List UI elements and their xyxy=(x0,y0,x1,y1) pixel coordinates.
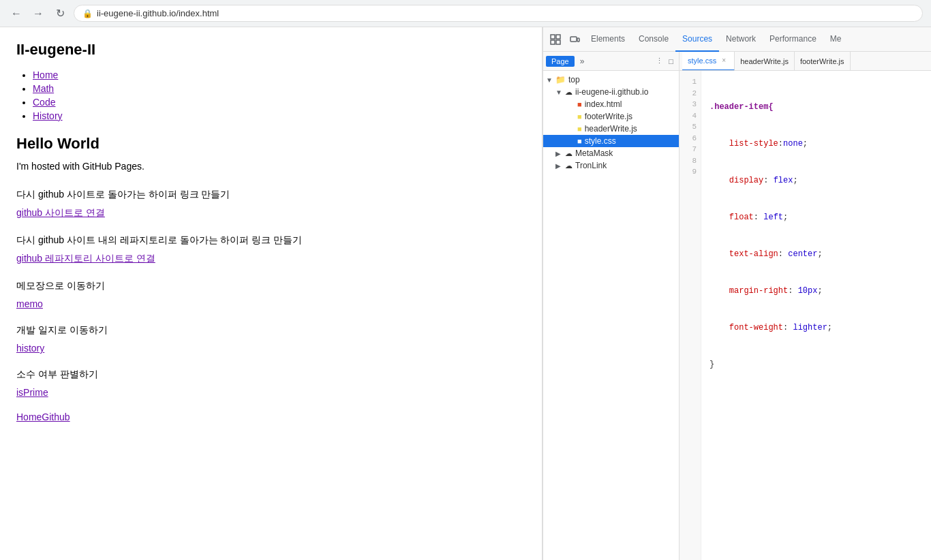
section5-link[interactable]: isPrime xyxy=(16,387,48,398)
editor-tab-footer-label: footerWrite.js xyxy=(800,57,844,65)
line-num-6: 6 xyxy=(680,133,701,144)
line-num-4: 4 xyxy=(680,110,701,122)
tree-label-header: headerWrite.js xyxy=(585,124,637,134)
editor-tab-header[interactable]: headerWrite.js xyxy=(735,52,795,71)
tree-file-footer[interactable]: ■ footerWrite.js xyxy=(543,110,679,123)
sources-sidebar-tabs: Page » ⋮ □ xyxy=(543,52,679,71)
sources-more-button[interactable]: » xyxy=(577,55,587,67)
address-bar[interactable]: 🔒 ii-eugene-ii.github.io/index.html xyxy=(74,5,923,22)
line-num-2: 2 xyxy=(680,88,701,99)
main-area: II-eugene-II Home Math Code History Hell… xyxy=(0,27,931,560)
line-num-9: 9 xyxy=(680,166,701,178)
page-title: II-eugene-II xyxy=(16,41,525,59)
sources-tab-label: Sources xyxy=(682,34,712,44)
devtools-tab-performance[interactable]: Performance xyxy=(763,27,823,52)
nav-code[interactable]: Code xyxy=(33,97,55,108)
tree-label-metamask: MetaMask xyxy=(575,149,613,158)
sources-sidebar: Page » ⋮ □ ▼ 📁 top xyxy=(543,52,680,560)
line-num-7: 7 xyxy=(680,144,701,155)
inspect-element-button[interactable] xyxy=(546,30,565,49)
tree-label-tronlink: TronLink xyxy=(575,161,607,170)
svg-rect-2 xyxy=(551,40,555,44)
tree-folder-metamask[interactable]: ▶ ☁ MetaMask xyxy=(543,147,679,159)
webpage-content: II-eugene-II Home Math Code History Hell… xyxy=(0,27,543,560)
devtools-tab-elements[interactable]: Elements xyxy=(584,27,632,52)
section3-link[interactable]: memo xyxy=(16,298,43,309)
svg-rect-0 xyxy=(551,35,555,39)
code-line-3: display: flex; xyxy=(709,174,832,187)
section3-text: 메모장으로 이동하기 xyxy=(16,279,525,293)
section2: 다시 github 사이트 내의 레파지토리로 돌아가는 하이퍼 링크 만들기 … xyxy=(16,233,525,265)
intro-section: I'm hosted with GitHub Pages. xyxy=(16,159,525,174)
section2-link[interactable]: github 레파지토리 사이트로 연결 xyxy=(16,253,155,264)
html-file-icon: ■ xyxy=(577,100,582,108)
js-file-icon-header: ■ xyxy=(577,125,582,133)
section2-text: 다시 github 사이트 내의 레파지토리로 돌아가는 하이퍼 링크 만들기 xyxy=(16,233,525,247)
cloud-icon-metamask: ☁ xyxy=(565,149,573,158)
line-num-1: 1 xyxy=(680,76,701,88)
nav-history[interactable]: History xyxy=(33,110,63,121)
editor-tab-footer[interactable]: footerWrite.js xyxy=(795,52,851,71)
tree-spacer-index xyxy=(568,101,577,108)
more-tab-label: Me xyxy=(830,34,842,44)
nav-math[interactable]: Math xyxy=(33,83,54,94)
tree-arrow-top: ▼ xyxy=(546,76,555,84)
forward-button[interactable]: → xyxy=(30,5,46,22)
tree-arrow-metamask: ▶ xyxy=(555,150,565,157)
tree-spacer-footer xyxy=(568,113,577,121)
code-editor: style.css × headerWrite.js footerWrite.j… xyxy=(680,52,931,560)
devtools-tab-sources[interactable]: Sources xyxy=(675,27,719,52)
js-file-icon-footer: ■ xyxy=(577,112,582,121)
device-toggle-button[interactable] xyxy=(565,30,584,49)
list-item: Code xyxy=(33,97,525,108)
lock-icon: 🔒 xyxy=(82,9,93,18)
tree-file-css[interactable]: ■ style.css xyxy=(543,135,679,147)
code-line-1: .header-item{ xyxy=(709,101,832,113)
nav-list: Home Math Code History xyxy=(16,69,525,121)
editor-tab-css-label: style.css xyxy=(688,57,716,65)
section6: HomeGithub xyxy=(16,411,525,422)
devtools-tab-network[interactable]: Network xyxy=(719,27,763,52)
section3: 메모장으로 이동하기 memo xyxy=(16,279,525,309)
folder-icon-top: 📁 xyxy=(555,75,566,84)
svg-rect-1 xyxy=(556,35,560,39)
editor-tab-css-close[interactable]: × xyxy=(719,56,729,65)
tree-folder-top[interactable]: ▼ 📁 top xyxy=(543,74,679,86)
page-heading: Hello World xyxy=(16,135,525,153)
page-tab-label: Page xyxy=(551,57,569,65)
tree-arrow-github: ▼ xyxy=(555,89,565,96)
line-num-8: 8 xyxy=(680,155,701,167)
browser-chrome: ← → ↻ 🔒 ii-eugene-ii.github.io/index.htm… xyxy=(0,0,931,27)
tree-spacer-css xyxy=(568,138,577,145)
svg-rect-5 xyxy=(577,38,579,42)
refresh-button[interactable]: ↻ xyxy=(52,5,68,22)
section4-text: 개발 일지로 이동하기 xyxy=(16,323,525,337)
sources-panel-toggle[interactable]: □ xyxy=(666,56,676,67)
tree-folder-tronlink[interactable]: ▶ ☁ TronLink xyxy=(543,159,679,172)
editor-tab-css[interactable]: style.css × xyxy=(682,52,735,71)
css-file-icon: ■ xyxy=(577,137,582,145)
section6-link[interactable]: HomeGithub xyxy=(16,411,70,422)
section4-link[interactable]: history xyxy=(16,343,44,354)
section1-link[interactable]: github 사이트로 연결 xyxy=(16,207,105,218)
line-numbers: 1 2 3 4 5 6 7 8 9 xyxy=(680,71,701,560)
tree-file-index[interactable]: ■ index.html xyxy=(543,98,679,110)
back-button[interactable]: ← xyxy=(8,5,25,22)
tree-folder-github[interactable]: ▼ ☁ ii-eugene-ii.github.io xyxy=(543,86,679,98)
page-tab[interactable]: Page xyxy=(546,56,575,67)
sources-action-dots[interactable]: ⋮ xyxy=(653,55,666,67)
cloud-icon-tronlink: ☁ xyxy=(565,161,573,170)
svg-rect-3 xyxy=(556,40,560,44)
code-line-6: margin-right: 10px; xyxy=(709,285,832,297)
tree-file-header[interactable]: ■ headerWrite.js xyxy=(543,123,679,135)
sources-actions: ⋮ □ xyxy=(653,55,676,67)
code-line-2: list-style:none; xyxy=(709,138,832,150)
nav-home[interactable]: Home xyxy=(33,69,58,80)
tree-arrow-tronlink: ▶ xyxy=(555,162,565,170)
sources-body: Page » ⋮ □ ▼ 📁 top xyxy=(543,52,931,560)
devtools-tab-console[interactable]: Console xyxy=(632,27,675,52)
devtools-tab-more[interactable]: Me xyxy=(823,27,849,52)
line-num-3: 3 xyxy=(680,99,701,110)
network-tab-label: Network xyxy=(726,34,756,44)
intro-text: I'm hosted with GitHub Pages. xyxy=(16,159,525,174)
